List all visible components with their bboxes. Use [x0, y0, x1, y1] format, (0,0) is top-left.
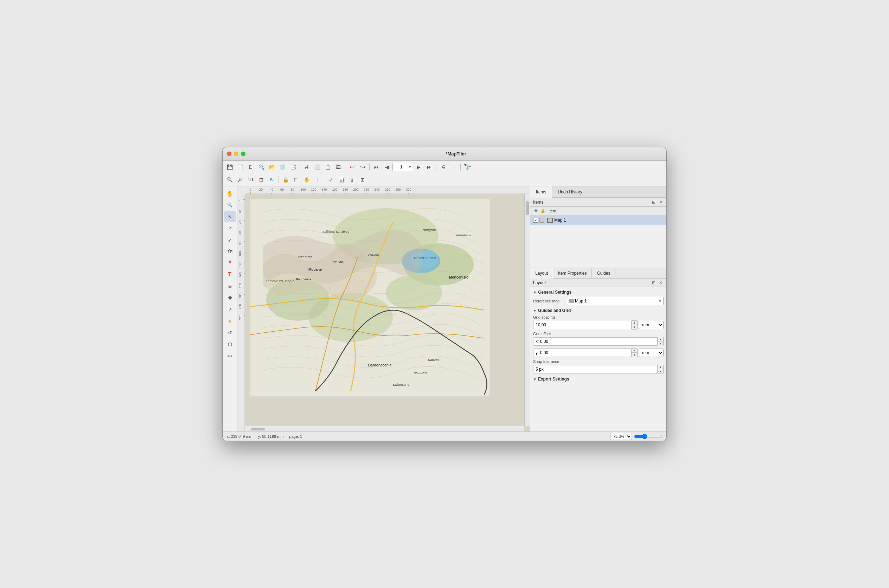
tab-item-properties[interactable]: Item Properties: [553, 268, 592, 278]
star-tool[interactable]: ★: [224, 315, 235, 327]
new-item-button[interactable]: 📑: [288, 162, 298, 172]
map-viewport[interactable]: Modane Avrieux Aussois Moncenisio GRAND …: [245, 194, 530, 432]
grid-offset-x-down[interactable]: ▼: [658, 342, 663, 346]
nav-end-button[interactable]: ⏭: [424, 162, 434, 172]
maximize-button[interactable]: [241, 152, 246, 156]
select-arrow-tool[interactable]: ↖: [224, 211, 235, 222]
svg-text:Fourneaux: Fourneaux: [296, 278, 312, 281]
grid-spacing-input[interactable]: [533, 321, 631, 329]
hand-tool[interactable]: ✋: [224, 188, 235, 199]
layout-close-icon[interactable]: ✕: [658, 280, 664, 285]
reference-map-select[interactable]: Map 1 ▼: [567, 297, 664, 305]
save-button[interactable]: 💾: [225, 162, 235, 172]
polygon-tool[interactable]: ⬟: [224, 292, 235, 303]
map-hscrollbar[interactable]: [245, 426, 524, 432]
snap-down[interactable]: ▼: [658, 369, 663, 374]
reference-map-row: Reference map Map 1 ▼: [533, 297, 664, 305]
vscrollbar-thumb[interactable]: [526, 201, 529, 215]
grid-offset-y-up[interactable]: ▲: [631, 348, 637, 353]
code-tool[interactable]: </>: [224, 350, 235, 362]
add-point-tool[interactable]: 📍: [224, 257, 235, 268]
open-folder-button[interactable]: 📂: [267, 162, 277, 172]
select-node-tool[interactable]: ↗: [224, 223, 235, 234]
map-vscrollbar[interactable]: [524, 194, 530, 426]
group-select-tool[interactable]: ↙: [224, 234, 235, 246]
node-edit-tool[interactable]: ⬡: [224, 339, 235, 350]
tab-guides[interactable]: Guides: [592, 268, 615, 278]
grid-spacing-down[interactable]: ▼: [631, 325, 637, 329]
resize-button[interactable]: ⤢: [326, 175, 336, 184]
pan-button[interactable]: ✋: [302, 175, 312, 184]
grid-spacing-unit[interactable]: mm cm in: [639, 321, 664, 329]
grid-offset-y-input[interactable]: [533, 348, 631, 357]
info-button[interactable]: ℹ: [347, 175, 357, 184]
items-row-map1[interactable]: ✓ Map 1: [530, 215, 666, 225]
refresh-button[interactable]: ↻: [267, 175, 277, 184]
lock-button[interactable]: 🔒: [280, 175, 291, 184]
close-button[interactable]: [227, 152, 231, 156]
print2-button[interactable]: 🖨: [438, 162, 448, 172]
snap-tolerance-stepper: ▲ ▼: [533, 364, 664, 374]
snap-up[interactable]: ▲: [658, 365, 663, 369]
filter-button[interactable]: 🔍: [256, 162, 266, 172]
minimize-button[interactable]: [234, 152, 238, 156]
zoom-in-button[interactable]: 🔍: [225, 175, 235, 184]
grid-offset-y-stepper: ▲ ▼: [533, 348, 637, 357]
grid-offset-unit[interactable]: mm cm in: [639, 348, 664, 357]
bar-chart-button[interactable]: 📊: [337, 175, 346, 184]
redo-button[interactable]: ↪: [358, 162, 367, 172]
items-close-icon[interactable]: ✕: [658, 200, 664, 205]
zoom-select[interactable]: 75.3% 50% 100% 150% 200%: [610, 433, 632, 440]
tab-layout[interactable]: Layout: [530, 268, 553, 279]
tab-undo-history[interactable]: Undo History: [552, 186, 588, 197]
arrow-draw-tool[interactable]: ↗: [224, 304, 235, 315]
more-button[interactable]: ⋯: [449, 162, 459, 172]
export-pdf-button[interactable]: 📋: [323, 162, 333, 172]
zoom-1-1-button[interactable]: 1:1: [246, 175, 256, 184]
svg-text:Sallières-Sardiéres: Sallières-Sardiéres: [322, 230, 349, 234]
select-button[interactable]: ⊹: [312, 175, 322, 184]
tab-items[interactable]: Items: [530, 186, 552, 198]
svg-text:180: 180: [238, 293, 242, 298]
nav-start-button[interactable]: ⏮: [371, 162, 381, 172]
zoom-fit-button[interactable]: ⊡: [256, 175, 266, 184]
text-tool[interactable]: T: [224, 269, 235, 280]
print-button[interactable]: 🖨: [302, 162, 312, 172]
svg-text:Avrieux: Avrieux: [333, 260, 343, 263]
export-img-button[interactable]: 🖼: [333, 162, 343, 172]
rotate-tool[interactable]: ↺: [224, 327, 235, 338]
items-expand-icon[interactable]: ⊞: [651, 200, 657, 205]
new-template-button[interactable]: 📄: [235, 162, 245, 172]
page-dropdown-arrow[interactable]: ▼: [408, 165, 411, 169]
grid-offset-x-input[interactable]: [533, 337, 658, 346]
save-disk-button[interactable]: 💿: [277, 162, 287, 172]
zoom-slider[interactable]: [634, 434, 662, 439]
open-recent-button[interactable]: 🗋: [246, 162, 256, 172]
atlas-button[interactable]: 🔭: [462, 162, 472, 172]
nav-left-button[interactable]: ◀: [382, 162, 392, 172]
layout-expand-icon[interactable]: ⊞: [651, 280, 657, 285]
zoom-window-button[interactable]: ⬚: [291, 175, 301, 184]
zoom-region-tool[interactable]: 🔍: [224, 200, 235, 211]
svg-text:140: 140: [321, 188, 327, 191]
map-layer-tool[interactable]: 🗺: [224, 246, 235, 257]
grid-spacing-up[interactable]: ▲: [631, 321, 637, 325]
undo-button[interactable]: ↩: [347, 162, 357, 172]
export-svg-button[interactable]: ⬜: [312, 162, 322, 172]
add-shape-tool[interactable]: ⊞: [224, 280, 235, 292]
page-input[interactable]: [394, 165, 408, 170]
hscrollbar-thumb[interactable]: [251, 428, 265, 430]
crop-button[interactable]: ⊞: [358, 175, 367, 184]
grid-offset-x-up[interactable]: ▲: [658, 337, 663, 342]
grid-offset-y-down[interactable]: ▼: [631, 353, 637, 357]
zoom-out-button[interactable]: 🔎: [235, 175, 245, 184]
svg-text:140: 140: [238, 272, 242, 278]
svg-text:Saint André: Saint André: [298, 255, 313, 258]
item-checkbox[interactable]: ✓: [533, 218, 538, 223]
svg-text:200: 200: [353, 188, 358, 191]
svg-text:Salbertrand: Salbertrand: [393, 383, 409, 387]
snap-tolerance-input[interactable]: [533, 365, 658, 374]
item-lock-box[interactable]: [540, 218, 544, 223]
nav-right-button[interactable]: ▶: [414, 162, 424, 172]
grid-spacing-stepper: ▲ ▼: [533, 320, 637, 330]
